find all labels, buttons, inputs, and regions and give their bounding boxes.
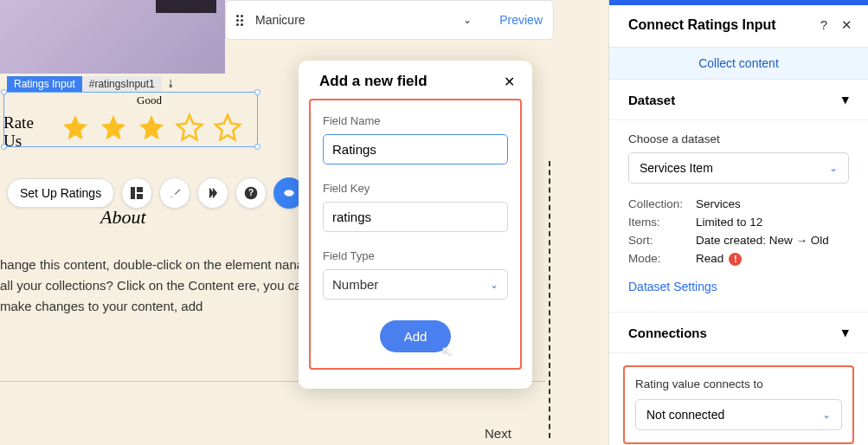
field-name-input[interactable] xyxy=(323,134,508,164)
field-type-select[interactable]: Number ⌄ xyxy=(323,269,508,300)
page-name[interactable]: Manicure xyxy=(255,13,463,27)
help-icon[interactable]: ? xyxy=(820,17,827,33)
meta-val: Read! xyxy=(696,252,742,266)
warning-icon[interactable]: ! xyxy=(729,253,742,266)
rating-connects-value: Not connected xyxy=(646,408,724,422)
dataset-section-body: Choose a dataset Services Item ⌄ Collect… xyxy=(609,120,868,313)
chevron-down-icon: ▾ xyxy=(842,92,849,107)
svg-rect-1 xyxy=(137,187,143,192)
star-icon[interactable] xyxy=(61,113,90,142)
background-photo-dark xyxy=(156,0,216,13)
close-icon[interactable]: ✕ xyxy=(504,74,515,90)
meta-val: Date created: New → Old xyxy=(696,234,829,247)
star-icon[interactable] xyxy=(175,113,204,142)
brush-icon[interactable] xyxy=(159,177,190,209)
download-icon[interactable]: ⭳ xyxy=(162,76,180,92)
meta-key: Sort: xyxy=(628,234,696,247)
element-tags: Ratings Input #ratingsInput1 ⭳ xyxy=(7,76,180,92)
element-id-tag[interactable]: #ratingsInput1 xyxy=(82,76,162,92)
rate-us-label: RateUs xyxy=(3,114,34,151)
modal-highlight-region: Field Name Field Key Field Type Number ⌄… xyxy=(309,99,522,370)
star-icon[interactable] xyxy=(213,113,242,142)
field-key-input[interactable] xyxy=(323,202,508,232)
star-icon[interactable] xyxy=(137,113,166,142)
cursor-icon: ↖ xyxy=(440,342,454,360)
rating-connects-label: Rating value connects to xyxy=(635,377,842,390)
meta-key: Mode: xyxy=(628,252,696,266)
add-field-modal: Add a new field ✕ Field Name Field Key F… xyxy=(299,61,532,389)
dataset-section-header[interactable]: Dataset ▾ xyxy=(609,80,868,120)
section-dashed-line xyxy=(549,161,550,438)
close-icon[interactable]: ✕ xyxy=(841,17,852,33)
drag-handle-icon[interactable] xyxy=(236,15,243,26)
chevron-down-icon: ▾ xyxy=(842,325,849,340)
preview-link[interactable]: Preview xyxy=(499,13,543,27)
connections-section-body: Rating value connects to Not connected ⌄ xyxy=(609,353,868,445)
layout-icon[interactable] xyxy=(121,177,152,209)
connections-section-header[interactable]: Connections ▾ xyxy=(609,313,868,353)
rating-connects-select[interactable]: Not connected ⌄ xyxy=(635,399,842,430)
dataset-value: Services Item xyxy=(640,161,713,175)
connect-panel: Connect Ratings Input ? ✕ Collect conten… xyxy=(608,0,868,445)
modal-title: Add a new field xyxy=(319,73,428,90)
animation-icon[interactable] xyxy=(197,177,228,209)
resize-handle[interactable] xyxy=(254,89,260,95)
svg-rect-0 xyxy=(131,187,135,199)
field-type-label: Field Type xyxy=(323,249,508,262)
meta-key: Items: xyxy=(628,216,696,229)
chevron-down-icon: ⌄ xyxy=(490,279,498,291)
next-link[interactable]: Next xyxy=(485,426,511,441)
about-heading: About xyxy=(100,206,146,229)
collect-content-tab[interactable]: Collect content xyxy=(609,47,868,80)
about-body-text: hange this content, double-click on the … xyxy=(0,255,329,317)
help-icon[interactable]: ? xyxy=(235,177,267,209)
field-type-value: Number xyxy=(332,277,378,292)
add-button[interactable]: Add ↖ xyxy=(380,320,452,352)
field-name-label: Field Name xyxy=(323,114,508,127)
meta-val: Services xyxy=(696,197,741,210)
dataset-select[interactable]: Services Item ⌄ xyxy=(628,152,849,184)
connections-highlight-region: Rating value connects to Not connected ⌄ xyxy=(623,365,854,444)
svg-rect-2 xyxy=(137,194,143,199)
chevron-down-icon: ⌄ xyxy=(829,162,838,174)
setup-ratings-button[interactable]: Set Up Ratings xyxy=(7,178,114,208)
chevron-down-icon: ⌄ xyxy=(822,409,831,421)
page-selector-bar: Manicure ⌄ Preview xyxy=(225,0,554,40)
resize-handle[interactable] xyxy=(254,144,260,150)
stars-row[interactable] xyxy=(61,113,242,142)
resize-handle[interactable] xyxy=(1,89,7,95)
panel-title: Connect Ratings Input xyxy=(628,17,776,33)
element-type-tag[interactable]: Ratings Input xyxy=(7,76,82,92)
meta-key: Collection: xyxy=(628,197,696,210)
svg-text:?: ? xyxy=(248,188,254,197)
field-key-label: Field Key xyxy=(323,182,508,195)
meta-val: Limited to 12 xyxy=(696,216,762,229)
star-icon[interactable] xyxy=(99,113,128,142)
dataset-settings-link[interactable]: Dataset Settings xyxy=(628,280,717,293)
choose-dataset-label: Choose a dataset xyxy=(628,132,849,145)
element-toolbar: Set Up Ratings ? xyxy=(7,177,305,209)
chevron-down-icon[interactable]: ⌄ xyxy=(463,14,472,26)
